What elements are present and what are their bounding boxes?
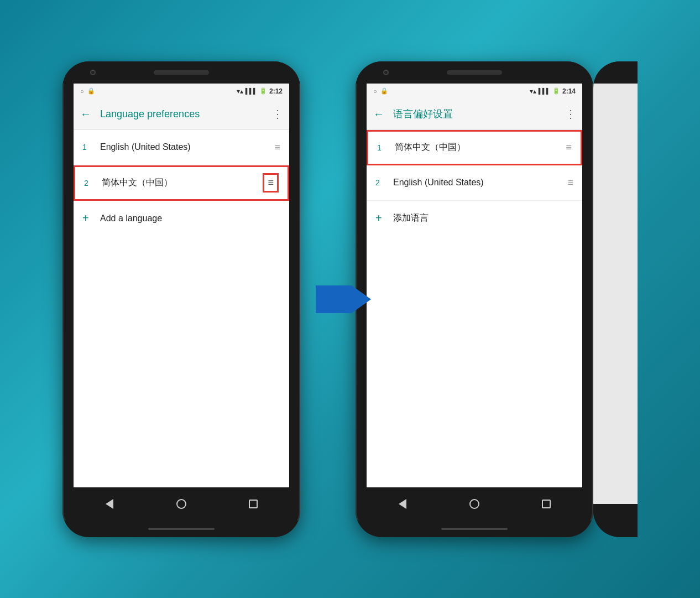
lang-name-2-right: English (United States) [393, 178, 567, 188]
chin-bar-right [441, 528, 508, 530]
phone-right: ○ 🔒 ▾▴ ▌▌▌ 🔋 2:14 ← 语言偏好设置 ⋮ [356, 61, 593, 537]
partial-screen [593, 84, 638, 504]
home-circle-left [176, 499, 186, 509]
content-right: 1 简体中文（中国） ≡ 2 English (United States) ≡… [367, 130, 582, 487]
chin-bar-left [148, 528, 215, 530]
add-icon-left: + [82, 212, 96, 225]
app-title-right: 语言偏好设置 [393, 107, 556, 121]
add-lang-left[interactable]: + Add a language [74, 201, 289, 236]
blue-arrow-wrapper [316, 285, 352, 313]
recent-nav-right[interactable] [538, 496, 555, 512]
status-right-area: ▾▴ ▌▌▌ 🔋 2:12 [237, 87, 283, 95]
status-bar-right: ○ 🔒 ▾▴ ▌▌▌ 🔋 2:14 [367, 84, 582, 99]
back-nav-left[interactable] [101, 496, 118, 512]
partial-top [593, 61, 638, 84]
speaker-right [447, 70, 502, 75]
battery-icon: 🔋 [259, 87, 267, 95]
bottom-nav-left [74, 487, 289, 521]
add-icon-right: + [375, 212, 389, 225]
lang-num-2-right: 2 [375, 178, 389, 187]
signal-icon: ▌▌▌ [245, 88, 257, 94]
drag-handle-1-left[interactable]: ≡ [274, 142, 280, 153]
back-nav-right[interactable] [394, 496, 411, 512]
add-text-left: Add a language [100, 214, 162, 223]
lang-item-1-right: 1 简体中文（中国） ≡ [367, 130, 582, 165]
signal-icon-right: ▌▌▌ [539, 88, 550, 94]
wifi-icon-right: ▾▴ [530, 87, 536, 95]
lock-icon-right: 🔒 [380, 87, 388, 95]
camera-left [90, 70, 96, 75]
battery-icon-right: 🔋 [552, 87, 560, 95]
drag-handle-2-left[interactable]: ≡ [263, 173, 279, 193]
add-text-right: 添加语言 [393, 212, 429, 224]
camera-right [383, 70, 389, 75]
circle-icon-right: ○ [373, 88, 377, 95]
app-bar-left: ← Language preferences ⋮ [74, 99, 289, 130]
status-left-icons: ○ 🔒 [80, 87, 95, 95]
phone-chin-right [356, 521, 593, 537]
circle-icon: ○ [80, 88, 84, 95]
recent-square-left [249, 500, 258, 508]
back-triangle-left [106, 499, 113, 509]
screen-right: ○ 🔒 ▾▴ ▌▌▌ 🔋 2:14 ← 语言偏好设置 ⋮ [367, 84, 582, 487]
lang-item-1-left: 1 English (United States) ≡ [74, 130, 289, 165]
lang-item-2-left: 2 简体中文（中国） ≡ [74, 165, 289, 201]
recent-square-right [542, 500, 551, 508]
lang-num-1-right: 1 [377, 143, 390, 152]
wifi-icon: ▾▴ [237, 87, 243, 95]
recent-nav-left[interactable] [245, 496, 262, 512]
arrow-head [352, 285, 371, 313]
lang-num-2-left: 2 [84, 179, 97, 188]
more-button-left[interactable]: ⋮ [272, 107, 283, 121]
app-title-left: Language preferences [100, 108, 263, 120]
scene: ○ 🔒 ▾▴ ▌▌▌ 🔋 2:12 ← Language preferences… [0, 0, 700, 598]
phone-chin-left [62, 521, 300, 537]
back-button-right[interactable]: ← [373, 108, 384, 121]
back-triangle-right [399, 499, 406, 509]
bottom-nav-right [367, 487, 582, 521]
arrow-body [316, 285, 352, 313]
home-nav-right[interactable] [466, 496, 483, 512]
phone-partial [593, 61, 638, 537]
time-right: 2:14 [562, 87, 576, 95]
content-left: 1 English (United States) ≡ 2 简体中文（中国） ≡… [74, 130, 289, 487]
phone-left: ○ 🔒 ▾▴ ▌▌▌ 🔋 2:12 ← Language preferences… [62, 61, 300, 537]
drag-handle-2-right[interactable]: ≡ [567, 177, 573, 189]
phone-top-left [62, 61, 300, 84]
status-left-icons-right: ○ 🔒 [373, 87, 388, 95]
lang-item-2-right: 2 English (United States) ≡ [367, 165, 582, 201]
back-button-left[interactable]: ← [80, 108, 91, 121]
arrow-container [300, 285, 367, 313]
lock-icon: 🔒 [87, 87, 95, 95]
speaker-left [154, 70, 209, 75]
app-bar-right: ← 语言偏好设置 ⋮ [367, 99, 582, 130]
phone-top-right [356, 61, 593, 84]
more-button-right[interactable]: ⋮ [565, 107, 576, 121]
lang-name-1-left: English (United States) [100, 142, 274, 152]
add-lang-right[interactable]: + 添加语言 [367, 201, 582, 236]
home-circle-right [469, 499, 479, 509]
screen-left: ○ 🔒 ▾▴ ▌▌▌ 🔋 2:12 ← Language preferences… [74, 84, 289, 487]
time-left: 2:12 [269, 87, 283, 95]
lang-num-1-left: 1 [82, 143, 96, 152]
home-nav-left[interactable] [173, 496, 190, 512]
partial-bottom [593, 504, 638, 537]
drag-handle-1-right[interactable]: ≡ [566, 142, 572, 153]
lang-name-2-left: 简体中文（中国） [102, 177, 263, 189]
status-right-area-right: ▾▴ ▌▌▌ 🔋 2:14 [530, 87, 576, 95]
status-bar-left: ○ 🔒 ▾▴ ▌▌▌ 🔋 2:12 [74, 84, 289, 99]
lang-name-1-right: 简体中文（中国） [395, 142, 566, 153]
